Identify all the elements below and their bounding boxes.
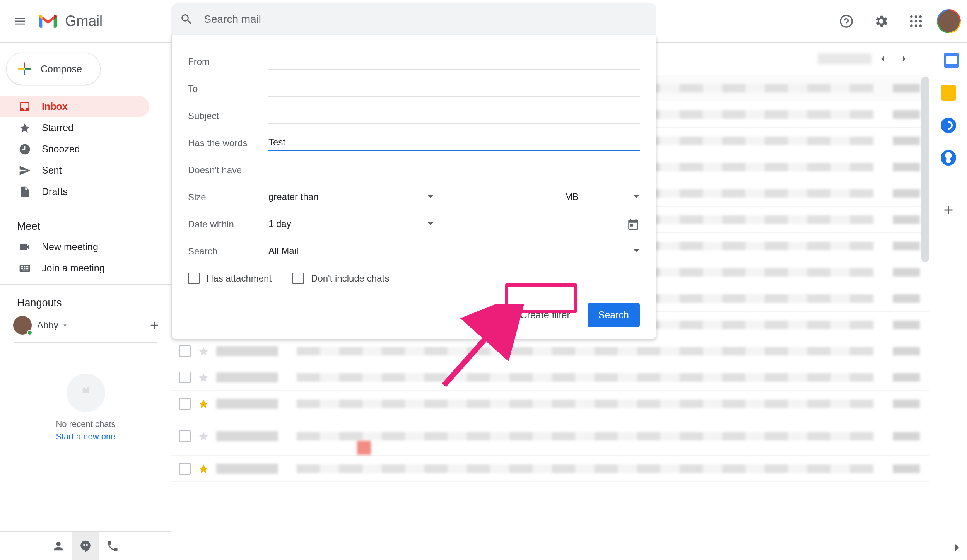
video-icon bbox=[19, 241, 31, 253]
filter-haswords-input[interactable] bbox=[268, 135, 640, 151]
sidebar-item-snoozed[interactable]: Snoozed bbox=[0, 138, 149, 160]
apps-grid-icon bbox=[908, 14, 924, 29]
row-checkbox[interactable] bbox=[179, 345, 191, 357]
filter-subject-input[interactable] bbox=[268, 109, 640, 124]
calendar-app-button[interactable] bbox=[944, 53, 959, 68]
meet-heading: Meet bbox=[0, 213, 171, 236]
star-outline-icon bbox=[198, 372, 209, 383]
row-checkbox[interactable] bbox=[179, 430, 191, 442]
row-star[interactable] bbox=[198, 463, 209, 475]
filter-to-input[interactable] bbox=[268, 82, 640, 97]
calendar-icon[interactable] bbox=[627, 218, 640, 231]
account-avatar[interactable] bbox=[937, 9, 961, 33]
sidebar-item-sent[interactable]: Sent bbox=[0, 160, 149, 181]
main-menu-button[interactable] bbox=[11, 12, 29, 31]
checkbox-box-icon bbox=[188, 273, 200, 284]
chevron-right-icon bbox=[949, 540, 965, 555]
row-star[interactable] bbox=[198, 345, 209, 357]
search-button[interactable]: Search bbox=[588, 303, 640, 327]
contacts-app-button[interactable] bbox=[941, 150, 956, 166]
tab-calls[interactable] bbox=[99, 532, 126, 560]
filter-size-value-input[interactable] bbox=[448, 190, 564, 205]
gmail-logo-icon bbox=[37, 13, 59, 29]
filter-date-input[interactable] bbox=[448, 217, 620, 232]
sidebar-item-inbox[interactable]: Inbox bbox=[0, 96, 149, 117]
email-row[interactable] bbox=[171, 456, 929, 482]
create-filter-button[interactable]: Create filter bbox=[511, 303, 579, 327]
email-row[interactable] bbox=[171, 338, 929, 364]
keyboard-icon bbox=[19, 262, 31, 275]
row-star[interactable] bbox=[198, 372, 209, 383]
chevron-down-icon bbox=[428, 195, 433, 198]
filter-size-op-dropdown[interactable]: greater than bbox=[268, 190, 434, 205]
has-attachment-checkbox[interactable]: Has attachment bbox=[188, 273, 272, 284]
prev-page-button[interactable] bbox=[872, 48, 894, 70]
search-bar[interactable] bbox=[171, 3, 656, 35]
gmail-logo[interactable]: Gmail bbox=[37, 13, 103, 29]
separator bbox=[941, 186, 955, 186]
compose-plus-icon bbox=[16, 60, 33, 77]
hangouts-heading: Hangouts bbox=[0, 290, 171, 313]
addons-plus-icon[interactable] bbox=[941, 203, 955, 217]
keep-app-button[interactable] bbox=[941, 85, 956, 101]
nav-label: Snoozed bbox=[42, 143, 80, 155]
row-star[interactable] bbox=[198, 430, 209, 442]
side-panel bbox=[929, 43, 967, 560]
help-icon bbox=[839, 14, 854, 29]
tab-hangouts[interactable] bbox=[72, 532, 99, 560]
hangouts-avatar bbox=[13, 316, 32, 335]
person-icon bbox=[52, 540, 65, 553]
filter-size-unit-dropdown[interactable]: MB bbox=[564, 190, 640, 205]
star-outline-icon bbox=[198, 430, 209, 442]
filter-doesnthave-label: Doesn't have bbox=[188, 165, 268, 176]
hangouts-icon bbox=[79, 540, 92, 553]
star-filled-icon bbox=[198, 463, 209, 475]
row-checkbox[interactable] bbox=[179, 372, 191, 383]
svg-point-1 bbox=[915, 15, 917, 18]
chevron-down-icon bbox=[634, 195, 639, 198]
sidebar-item-starred[interactable]: Starred bbox=[0, 117, 149, 138]
tab-contacts[interactable] bbox=[45, 532, 72, 560]
exclude-chats-checkbox[interactable]: Don't include chats bbox=[292, 273, 389, 284]
sidebar-item-join-meeting[interactable]: Join a meeting bbox=[0, 258, 149, 279]
sidebar-item-drafts[interactable]: Drafts bbox=[0, 181, 149, 202]
apps-button[interactable] bbox=[902, 7, 930, 35]
clock-icon bbox=[19, 143, 31, 155]
drafts-icon bbox=[19, 186, 31, 198]
hamburger-icon bbox=[14, 15, 27, 28]
hangouts-start-link[interactable]: Start a new one bbox=[0, 432, 171, 442]
dropdown-value: MB bbox=[565, 191, 579, 202]
next-page-button[interactable] bbox=[894, 48, 915, 70]
nav-label: Inbox bbox=[42, 101, 68, 112]
tasks-app-button[interactable] bbox=[941, 118, 956, 133]
row-checkbox[interactable] bbox=[179, 398, 191, 410]
email-row[interactable] bbox=[171, 364, 929, 391]
svg-point-5 bbox=[919, 20, 922, 23]
settings-button[interactable] bbox=[867, 7, 895, 35]
email-row[interactable] bbox=[171, 391, 929, 417]
search-input[interactable] bbox=[203, 13, 656, 26]
dropdown-value: 1 day bbox=[268, 219, 291, 229]
support-button[interactable] bbox=[832, 7, 860, 35]
email-row[interactable] bbox=[171, 417, 929, 456]
chevron-down-icon bbox=[62, 322, 68, 329]
sidebar-item-new-meeting[interactable]: New meeting bbox=[0, 236, 149, 258]
filter-size-label: Size bbox=[188, 192, 268, 203]
scrollbar[interactable] bbox=[921, 77, 929, 262]
filter-date-range-dropdown[interactable]: 1 day bbox=[268, 217, 434, 232]
filter-search-location-dropdown[interactable]: All Mail bbox=[268, 244, 640, 259]
checkbox-label: Don't include chats bbox=[311, 273, 389, 284]
hangouts-user-row[interactable]: Abby bbox=[0, 313, 171, 335]
filter-search-label: Search bbox=[188, 246, 268, 257]
dropdown-value: greater than bbox=[268, 191, 318, 202]
filter-from-input[interactable] bbox=[268, 55, 640, 70]
svg-point-4 bbox=[915, 20, 917, 23]
filter-doesnthave-input[interactable] bbox=[268, 163, 640, 178]
expand-sidepanel-button[interactable] bbox=[949, 540, 965, 555]
star-icon bbox=[19, 122, 31, 134]
attachment-chip bbox=[357, 441, 371, 455]
plus-icon[interactable] bbox=[148, 319, 161, 331]
row-checkbox[interactable] bbox=[179, 463, 191, 475]
compose-button[interactable]: Compose bbox=[6, 53, 101, 85]
row-star[interactable] bbox=[198, 398, 209, 410]
